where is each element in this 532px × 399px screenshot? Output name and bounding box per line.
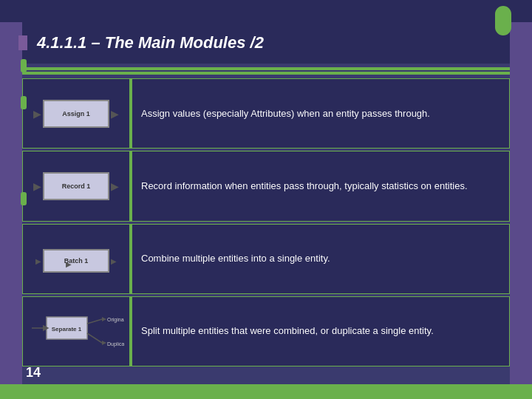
left-notch-1 — [21, 59, 27, 72]
batch-arrow-top: ▶ — [35, 257, 41, 265]
assign-arrow-left: ▶ — [33, 108, 41, 120]
green-divider-2 — [22, 72, 510, 75]
svg-text:Original: Original — [107, 317, 124, 323]
svg-marker-7 — [102, 341, 106, 345]
left-notch-2 — [21, 96, 27, 109]
batch-arrow-bottom: ▶ — [66, 260, 72, 268]
assign-box: Assign 1 — [43, 100, 109, 128]
record-description: Record information when entities pass th… — [141, 180, 468, 193]
left-sidebar-strip — [0, 0, 22, 399]
module-desc-separate: Split multiple entities that were combin… — [130, 297, 509, 366]
assign-arrow-right: ▶ — [111, 108, 119, 120]
svg-text:Duplicate: Duplicate — [107, 341, 124, 347]
module-desc-batch: Combine multiple entities into a single … — [130, 225, 509, 293]
batch-arrow-right: ▶ — [111, 257, 117, 265]
svg-marker-4 — [102, 317, 106, 321]
main-content: 4.1.1.1 – The Main Modules /2 ▶ Assign 1… — [22, 22, 510, 384]
module-row-assign: ▶ Assign 1 ▶ Assign values (especially A… — [22, 78, 510, 149]
svg-line-3 — [87, 319, 102, 324]
svg-line-6 — [87, 333, 102, 343]
green-divider-1 — [22, 67, 510, 70]
module-icon-separate: Separate 1 Original Duplicate — [23, 297, 130, 366]
assign-description: Assign values (especially Attributes) wh… — [141, 107, 430, 120]
svg-text:Separate 1: Separate 1 — [52, 326, 82, 332]
separate-svg: Separate 1 Original Duplicate — [28, 307, 124, 355]
assign-label: Assign 1 — [62, 110, 90, 117]
bottom-bar — [0, 384, 532, 399]
module-icon-batch: ▶ Batch 1 ▶ ▶ — [23, 225, 130, 293]
module-icon-record: ▶ Record 1 ▶ — [23, 151, 130, 220]
record-arrow-left: ▶ — [33, 180, 41, 192]
record-box: Record 1 — [43, 172, 109, 200]
module-row-record: ▶ Record 1 ▶ Record information when ent… — [22, 151, 510, 221]
page-title: 4.1.1.1 – The Main Modules /2 — [37, 33, 264, 52]
module-icon-assign: ▶ Assign 1 ▶ — [23, 79, 130, 148]
separate-description: Split multiple entities that were combin… — [141, 324, 434, 338]
batch-description: Combine multiple entities into a single … — [141, 252, 330, 265]
title-section: 4.1.1.1 – The Main Modules /2 — [22, 22, 510, 64]
right-decoration — [495, 6, 511, 35]
module-desc-assign: Assign values (especially Attributes) wh… — [130, 79, 509, 148]
module-row-separate: Separate 1 Original Duplicate — [22, 296, 510, 366]
record-label: Record 1 — [62, 183, 91, 190]
batch-box: Batch 1 — [43, 249, 109, 273]
record-arrow-right: ▶ — [111, 180, 119, 192]
left-notch-3 — [21, 192, 27, 205]
module-row-batch: ▶ Batch 1 ▶ ▶ Combine multiple entities … — [22, 224, 510, 294]
modules-grid: ▶ Assign 1 ▶ Assign values (especially A… — [22, 78, 510, 366]
right-sidebar-strip — [510, 0, 532, 399]
title-decoration — [18, 35, 27, 50]
top-bar — [0, 0, 532, 22]
page-number: 14 — [26, 365, 41, 381]
module-desc-record: Record information when entities pass th… — [130, 151, 509, 220]
